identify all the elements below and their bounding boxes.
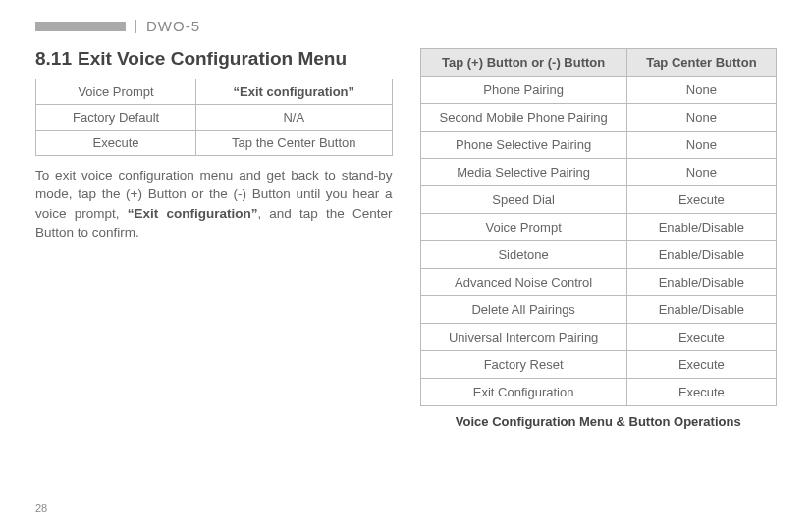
table-cell-menu-item: Factory Reset [420,351,626,379]
table-row: Universal Intercom PairingExecute [420,324,777,351]
table-cell-value: “Exit configuration” [196,79,392,104]
voice-config-menu-table: Tap (+) Button or (-) Button Tap Center … [420,48,778,406]
section-title-text: Exit Voice Configuration Menu [78,48,347,69]
table-cell-action: Enable/Disable [626,269,776,296]
table-cell-action: None [626,104,776,132]
table-cell-menu-item: Second Mobile Phone Pairing [420,104,626,132]
header-divider [135,20,136,33]
table-row: ExecuteTap the Center Button [36,130,393,155]
table-row: Media Selective PairingNone [420,159,777,186]
section-title: 8.11Exit Voice Configuration Menu [75,48,393,71]
body-bold: “Exit configuration” [128,206,258,221]
page-header: DWO-5 [35,18,777,34]
table-cell-menu-item: Voice Prompt [420,214,626,241]
table-header-col2: Tap Center Button [626,49,776,77]
table-cell-label: Voice Prompt [36,79,196,104]
table-cell-menu-item: Speed Dial [420,186,626,214]
table-cell-action: None [626,159,776,186]
table-cell-menu-item: Universal Intercom Pairing [420,324,626,351]
table-cell-action: Enable/Disable [626,241,776,269]
table-cell-value: Tap the Center Button [196,130,392,155]
table-row: SidetoneEnable/Disable [420,241,777,269]
config-detail-table: Voice Prompt“Exit configuration”Factory … [35,79,393,156]
logo-placeholder [35,22,126,31]
table-cell-menu-item: Phone Pairing [420,77,626,104]
table-cell-value: N/A [196,104,392,130]
table-cell-menu-item: Exit Configuration [420,379,626,406]
table-row: Factory DefaultN/A [36,104,393,130]
table-cell-action: Enable/Disable [626,296,776,324]
table-row: Voice Prompt“Exit configuration” [36,79,393,104]
table-cell-action: Execute [626,351,776,379]
table-header-col1: Tap (+) Button or (-) Button [420,49,626,77]
table-cell-label: Execute [36,130,196,155]
table-header-row: Tap (+) Button or (-) Button Tap Center … [420,49,777,77]
table-row: Second Mobile Phone PairingNone [420,104,777,132]
body-paragraph: To exit voice configuration menu and get… [35,166,393,242]
table-cell-action: Enable/Disable [626,214,776,241]
table-row: Factory ResetExecute [420,351,777,379]
table-row: Advanced Noise ControlEnable/Disable [420,269,777,296]
table-row: Speed DialExecute [420,186,777,214]
table-row: Delete All PairingsEnable/Disable [420,296,777,324]
table-cell-menu-item: Sidetone [420,241,626,269]
table-cell-action: Execute [626,324,776,351]
table-row: Exit ConfigurationExecute [420,379,777,406]
table-row: Phone Selective PairingNone [420,132,777,159]
table-cell-menu-item: Delete All Pairings [420,296,626,324]
table-cell-action: None [626,132,776,159]
table-cell-action: Execute [626,379,776,406]
model-name: DWO-5 [146,18,200,34]
page-number: 28 [35,502,47,514]
table-cell-menu-item: Advanced Noise Control [420,269,626,296]
table-cell-action: Execute [626,186,776,214]
table-cell-menu-item: Media Selective Pairing [420,159,626,186]
table-row: Voice PromptEnable/Disable [420,214,777,241]
table-cell-label: Factory Default [36,104,196,130]
table-row: Phone PairingNone [420,77,777,104]
section-number: 8.11 [35,48,72,69]
table-caption: Voice Configuration Menu & Button Operat… [420,414,778,429]
table-cell-menu-item: Phone Selective Pairing [420,132,626,159]
table-cell-action: None [626,77,776,104]
